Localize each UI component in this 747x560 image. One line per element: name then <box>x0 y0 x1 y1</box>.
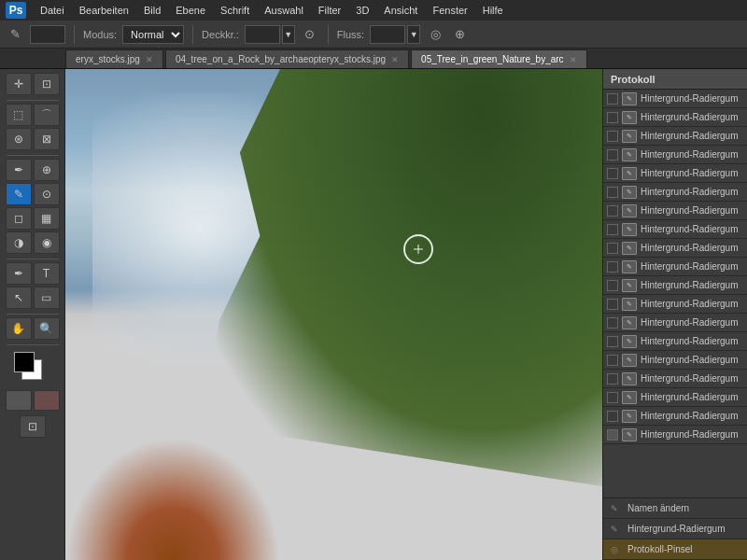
tab-2-close[interactable]: ✕ <box>570 55 577 64</box>
history-label-2: Hintergrund-Radiergum <box>641 131 743 141</box>
separator-2 <box>192 25 193 44</box>
move-tool[interactable]: ✛ <box>6 73 32 95</box>
history-item-6[interactable]: ✎Hintergrund-Radiergum <box>603 202 747 220</box>
history-checkbox-13[interactable] <box>607 336 618 347</box>
flow-input[interactable]: 100% <box>370 25 405 44</box>
menu-schrift[interactable]: Schrift <box>214 3 256 18</box>
tab-1[interactable]: 04_tree_on_a_Rock_by_archaeopteryx_stock… <box>165 49 409 68</box>
history-item-12[interactable]: ✎Hintergrund-Radiergum <box>603 314 747 332</box>
foreground-color-swatch[interactable] <box>14 352 35 372</box>
menu-filter[interactable]: Filter <box>312 3 347 18</box>
mode-select[interactable]: Normal <box>122 25 184 44</box>
extra-icon[interactable]: ⊕ <box>450 25 469 44</box>
history-checkbox-7[interactable] <box>607 224 618 235</box>
tab-2-label: 05_Tree_in_green_Nature_by_arc <box>421 54 564 64</box>
menu-fenster[interactable]: Fenster <box>426 3 473 18</box>
healing-tool[interactable]: ⊕ <box>34 159 60 181</box>
menu-hilfe[interactable]: Hilfe <box>476 3 510 18</box>
history-item-18[interactable]: ✎Hintergrund-Radiergum <box>603 426 747 444</box>
history-checkbox-12[interactable] <box>607 317 618 329</box>
menu-3d[interactable]: 3D <box>349 3 375 18</box>
lasso-tool[interactable]: ⌒ <box>34 104 60 126</box>
history-checkbox-1[interactable] <box>607 112 618 123</box>
tool-sep-4 <box>7 314 59 315</box>
brush-size-input[interactable]: 75 <box>35 29 61 40</box>
history-item-17[interactable]: ✎Hintergrund-Radiergum <box>603 407 747 426</box>
history-checkbox-0[interactable] <box>607 93 618 105</box>
history-checkbox-16[interactable] <box>607 392 618 403</box>
history-item-9[interactable]: ✎Hintergrund-Radiergum <box>603 258 747 276</box>
history-checkbox-5[interactable] <box>607 187 618 198</box>
menu-auswahl[interactable]: Auswahl <box>258 3 310 18</box>
quick-mask-btn[interactable] <box>34 390 60 411</box>
history-item-15[interactable]: ✎Hintergrund-Radiergum <box>603 370 747 388</box>
history-item-11[interactable]: ✎Hintergrund-Radiergum <box>603 295 747 314</box>
history-item-5[interactable]: ✎Hintergrund-Radiergum <box>603 183 747 202</box>
crop-tool[interactable]: ⊠ <box>34 128 60 150</box>
stamp-tool[interactable]: ⊙ <box>34 183 60 205</box>
dodge-tool[interactable]: ◑ <box>6 231 32 254</box>
history-item-7[interactable]: ✎Hintergrund-Radiergum <box>603 220 747 239</box>
eyedropper-tool[interactable]: ✒ <box>6 159 32 181</box>
tab-2[interactable]: 05_Tree_in_green_Nature_by_arc ✕ <box>411 49 587 68</box>
opacity-box: 100% ▼ <box>245 25 295 44</box>
history-item-10[interactable]: ✎Hintergrund-Radiergum <box>603 276 747 295</box>
text-tool[interactable]: T <box>34 262 60 285</box>
history-checkbox-10[interactable] <box>607 280 618 291</box>
airbrush-icon[interactable]: ⊙ <box>301 25 319 44</box>
history-checkbox-4[interactable] <box>607 168 618 179</box>
zoom-tool[interactable]: 🔍 <box>34 317 60 340</box>
history-checkbox-3[interactable] <box>607 149 618 161</box>
tablet-pressure-icon[interactable]: ◎ <box>426 25 444 44</box>
blur-tool[interactable]: ◉ <box>34 231 60 254</box>
history-checkbox-2[interactable] <box>607 131 618 142</box>
footer-item-0[interactable]: ✎Namen ändern <box>603 498 747 519</box>
opacity-input[interactable]: 100% <box>245 25 280 44</box>
tab-0[interactable]: eryx_stocks.jpg ✕ <box>65 49 163 68</box>
menu-datei[interactable]: Datei <box>34 3 71 18</box>
history-item-4[interactable]: ✎Hintergrund-Radiergum <box>603 164 747 183</box>
eraser-tool[interactable]: ◻ <box>6 207 32 230</box>
history-checkbox-18[interactable] <box>607 429 618 441</box>
history-checkbox-14[interactable] <box>607 355 618 366</box>
opacity-arrow[interactable]: ▼ <box>282 25 295 44</box>
gradient-tool[interactable]: ▦ <box>34 207 60 230</box>
shape-tool[interactable]: ▭ <box>34 287 60 309</box>
hand-tool[interactable]: ✋ <box>6 317 32 340</box>
history-item-8[interactable]: ✎Hintergrund-Radiergum <box>603 239 747 258</box>
history-checkbox-11[interactable] <box>607 299 618 310</box>
pen-tool[interactable]: ✒ <box>6 262 32 285</box>
history-checkbox-6[interactable] <box>607 205 618 217</box>
path-select-tool[interactable]: ↖ <box>6 287 32 309</box>
screen-mode-btn[interactable]: ⊡ <box>20 415 46 438</box>
history-checkbox-15[interactable] <box>607 373 618 385</box>
tab-0-close[interactable]: ✕ <box>146 55 153 64</box>
history-item-16[interactable]: ✎Hintergrund-Radiergum <box>603 388 747 407</box>
footer-item-1[interactable]: ✎Hintergrund-Radiergum <box>603 519 747 539</box>
history-checkbox-8[interactable] <box>607 243 618 254</box>
brush-tool[interactable]: ✎ <box>6 183 32 205</box>
footer-label-2: Protokoll-Pinsel <box>627 544 692 554</box>
menu-bearbeiten[interactable]: Bearbeiten <box>73 3 135 18</box>
quick-select-tool[interactable]: ⊛ <box>6 128 32 150</box>
menu-ebene[interactable]: Ebene <box>169 3 212 18</box>
history-checkbox-9[interactable] <box>607 261 618 273</box>
flow-arrow[interactable]: ▼ <box>407 25 420 44</box>
history-item-1[interactable]: ✎Hintergrund-Radiergum <box>603 108 747 127</box>
history-item-13[interactable]: ✎Hintergrund-Radiergum <box>603 332 747 351</box>
menu-bild[interactable]: Bild <box>137 3 167 18</box>
history-item-0[interactable]: ✎Hintergrund-Radiergum <box>603 90 747 108</box>
artboard-tool[interactable]: ⊡ <box>34 73 60 95</box>
history-item-3[interactable]: ✎Hintergrund-Radiergum <box>603 146 747 164</box>
history-item-14[interactable]: ✎Hintergrund-Radiergum <box>603 351 747 370</box>
footer-item-2[interactable]: ◎Protokoll-Pinsel <box>603 539 747 560</box>
standard-mode-btn[interactable] <box>6 390 32 411</box>
tab-1-close[interactable]: ✕ <box>391 55 399 64</box>
canvas-background[interactable] <box>65 69 602 560</box>
menu-ansicht[interactable]: Ansicht <box>377 3 424 18</box>
rect-marquee-tool[interactable]: ⬚ <box>6 104 32 126</box>
protokoll-header: Protokoll <box>603 69 747 90</box>
history-checkbox-17[interactable] <box>607 411 618 422</box>
history-item-2[interactable]: ✎Hintergrund-Radiergum <box>603 127 747 146</box>
brush-preset-picker[interactable]: ✎ <box>6 25 24 44</box>
